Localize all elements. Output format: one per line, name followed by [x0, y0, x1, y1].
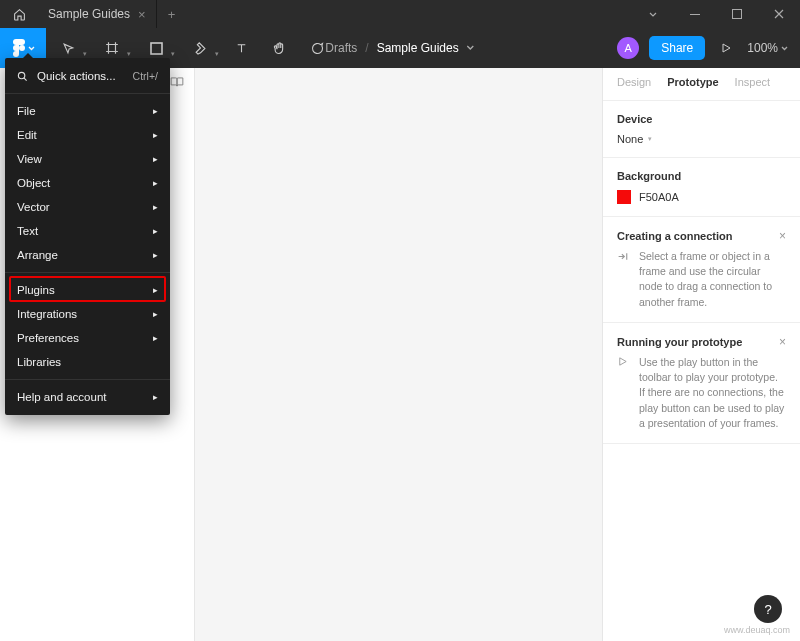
present-button[interactable] [715, 28, 737, 68]
menu-item-view[interactable]: View▸ [5, 147, 170, 171]
chevron-right-icon: ▸ [153, 130, 158, 140]
chevron-down-icon[interactable] [632, 0, 674, 28]
book-icon[interactable] [170, 76, 184, 88]
menu-item-file[interactable]: File▸ [5, 99, 170, 123]
menu-item-label: Integrations [17, 308, 77, 320]
background-color-row[interactable]: F50A0A [617, 190, 786, 204]
connection-icon [617, 249, 631, 310]
chevron-down-icon: ▾ [127, 50, 131, 58]
breadcrumb-file: Sample Guides [377, 41, 459, 55]
hand-tool[interactable] [260, 28, 298, 68]
watermark: www.deuaq.com [724, 625, 790, 635]
help-button[interactable]: ? [754, 595, 782, 623]
file-tab[interactable]: Sample Guides × [38, 0, 157, 28]
svg-rect-0 [690, 14, 700, 15]
tab-prototype[interactable]: Prototype [667, 76, 718, 88]
window-maximize[interactable] [716, 0, 758, 28]
window-close[interactable] [758, 0, 800, 28]
menu-item-label: Vector [17, 201, 50, 213]
breadcrumb[interactable]: Drafts / Sample Guides [325, 41, 474, 55]
chevron-right-icon: ▸ [153, 106, 158, 116]
zoom-control[interactable]: 100% [747, 41, 788, 55]
help-connection-body: Select a frame or object in a frame and … [639, 249, 786, 310]
svg-rect-1 [733, 10, 742, 19]
menu-item-label: Preferences [17, 332, 79, 344]
device-section-title: Device [617, 113, 786, 125]
chevron-right-icon: ▸ [153, 285, 158, 295]
tab-design[interactable]: Design [617, 76, 651, 88]
help-running-body: Use the play button in the toolbar to pl… [639, 355, 786, 431]
close-icon[interactable]: × [779, 229, 786, 243]
svg-rect-3 [151, 43, 162, 54]
menu-item-label: Arrange [17, 249, 58, 261]
menu-item-text[interactable]: Text▸ [5, 219, 170, 243]
menu-item-plugins[interactable]: Plugins▸ [5, 278, 170, 302]
menu-item-vector[interactable]: Vector▸ [5, 195, 170, 219]
chevron-right-icon: ▸ [153, 250, 158, 260]
background-section-title: Background [617, 170, 786, 182]
menu-item-label: Text [17, 225, 38, 237]
menu-quick-actions[interactable]: Quick actions... Ctrl+/ [5, 64, 170, 88]
menu-item-integrations[interactable]: Integrations▸ [5, 302, 170, 326]
main-menu-dropdown: Quick actions... Ctrl+/ File▸Edit▸View▸O… [5, 58, 170, 415]
chevron-down-icon: ▾ [215, 50, 219, 58]
titlebar: Sample Guides × + [0, 0, 800, 28]
device-select[interactable]: None ▾ [617, 133, 786, 145]
menu-item-label: Libraries [17, 356, 61, 368]
menu-item-arrange[interactable]: Arrange▸ [5, 243, 170, 267]
help-running-title: Running your prototype [617, 336, 742, 348]
close-icon[interactable]: × [138, 7, 146, 22]
share-button[interactable]: Share [649, 36, 705, 60]
text-tool[interactable] [222, 28, 260, 68]
chevron-right-icon: ▸ [153, 202, 158, 212]
chevron-down-icon: ▾ [83, 50, 87, 58]
home-button[interactable] [0, 8, 38, 21]
pen-tool[interactable]: ▾ [178, 28, 222, 68]
chevron-down-icon: ▾ [171, 50, 175, 58]
chevron-down-icon: ▾ [648, 135, 652, 143]
chevron-right-icon: ▸ [153, 333, 158, 343]
close-icon[interactable]: × [779, 335, 786, 349]
menu-item-label: Plugins [17, 284, 55, 296]
search-icon [17, 71, 29, 82]
chevron-right-icon: ▸ [153, 392, 158, 402]
svg-point-2 [19, 45, 25, 51]
chevron-down-icon [781, 46, 788, 51]
window-minimize[interactable] [674, 0, 716, 28]
menu-item-help-and-account[interactable]: Help and account▸ [5, 385, 170, 409]
play-icon [617, 355, 631, 431]
menu-item-edit[interactable]: Edit▸ [5, 123, 170, 147]
canvas[interactable] [195, 68, 602, 641]
chevron-right-icon: ▸ [153, 226, 158, 236]
add-tab-button[interactable]: + [157, 7, 187, 22]
color-swatch[interactable] [617, 190, 631, 204]
menu-item-label: Object [17, 177, 50, 189]
menu-item-object[interactable]: Object▸ [5, 171, 170, 195]
tab-inspect[interactable]: Inspect [735, 76, 770, 88]
chevron-right-icon: ▸ [153, 154, 158, 164]
breadcrumb-root: Drafts [325, 41, 357, 55]
menu-item-label: Help and account [17, 391, 107, 403]
menu-item-label: Edit [17, 129, 37, 141]
chevron-down-icon [28, 46, 35, 51]
menu-item-preferences[interactable]: Preferences▸ [5, 326, 170, 350]
avatar[interactable]: A [617, 37, 639, 59]
chevron-right-icon: ▸ [153, 178, 158, 188]
help-connection-title: Creating a connection [617, 230, 733, 242]
svg-point-4 [18, 72, 24, 78]
color-hex-label: F50A0A [639, 191, 679, 203]
menu-item-label: File [17, 105, 36, 117]
menu-item-libraries[interactable]: Libraries [5, 350, 170, 374]
chevron-down-icon [467, 45, 475, 51]
properties-panel: Design Prototype Inspect Device None ▾ B… [602, 68, 800, 641]
menu-item-label: View [17, 153, 42, 165]
chevron-right-icon: ▸ [153, 309, 158, 319]
file-tab-label: Sample Guides [48, 7, 130, 21]
